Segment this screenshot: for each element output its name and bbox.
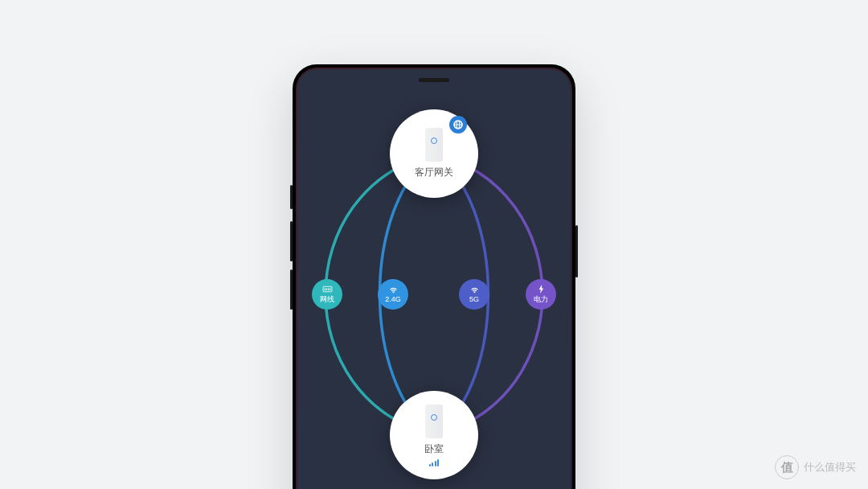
- volume-down-button: [290, 269, 293, 310]
- gateway-node-bedroom[interactable]: 卧室: [390, 391, 478, 479]
- connection-label: 5G: [469, 295, 479, 303]
- connection-label: 2.4G: [385, 295, 401, 303]
- router-icon: [425, 128, 443, 162]
- bolt-icon: [536, 285, 547, 294]
- connection-label: 网线: [320, 294, 334, 305]
- router-icon: [425, 405, 443, 438]
- gateway-node-living-room[interactable]: 客厅网关: [390, 109, 478, 198]
- wifi-icon: [388, 286, 399, 294]
- watermark-text: 什么值得买: [804, 460, 856, 475]
- connection-badge-ethernet[interactable]: 网线: [312, 279, 342, 310]
- speaker-notch: [419, 78, 449, 82]
- svg-rect-4: [330, 288, 330, 290]
- power-button: [575, 225, 578, 277]
- side-button: [290, 185, 293, 209]
- volume-up-button: [290, 221, 293, 261]
- ethernet-icon: [322, 285, 333, 294]
- phone-bezel: 客厅网关 网线 2.4G 5G 电力: [296, 68, 572, 489]
- signal-bars-icon: [429, 458, 440, 466]
- gateway-label: 卧室: [424, 442, 444, 456]
- connection-badge-powerline[interactable]: 电力: [526, 279, 556, 310]
- watermark: 值 什么值得买: [775, 455, 856, 479]
- watermark-logo-icon: 值: [775, 455, 799, 479]
- phone-screen: 客厅网关 网线 2.4G 5G 电力: [297, 69, 571, 489]
- gateway-label: 客厅网关: [415, 166, 453, 179]
- svg-rect-2: [326, 288, 326, 290]
- network-topology-diagram: 客厅网关 网线 2.4G 5G 电力: [313, 93, 555, 489]
- phone-frame: 客厅网关 网线 2.4G 5G 电力: [293, 64, 575, 489]
- svg-rect-3: [328, 288, 329, 290]
- globe-icon: [449, 116, 467, 134]
- wifi-icon: [469, 286, 480, 294]
- connection-label: 电力: [534, 294, 548, 305]
- connection-badge-wifi-24g[interactable]: 2.4G: [378, 279, 408, 310]
- svg-rect-1: [324, 288, 325, 290]
- connection-badge-wifi-5g[interactable]: 5G: [459, 279, 489, 310]
